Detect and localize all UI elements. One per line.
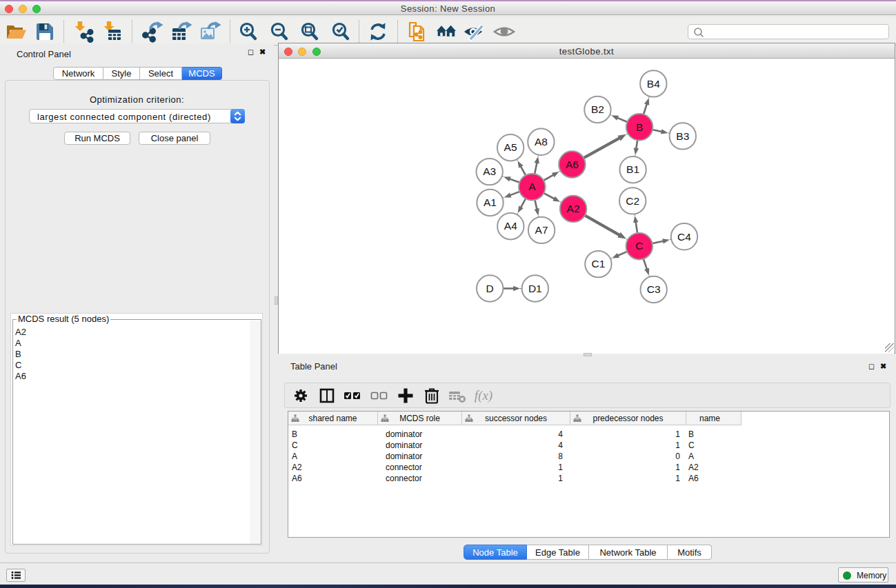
svg-text:D: D [486, 283, 494, 294]
svg-text:A5: A5 [504, 141, 517, 153]
svg-text:A3: A3 [483, 165, 496, 177]
svg-text:A2: A2 [567, 203, 580, 214]
svg-text:A8: A8 [535, 136, 548, 148]
svg-text:B2: B2 [591, 103, 604, 115]
svg-text:C: C [635, 240, 643, 252]
svg-text:B3: B3 [676, 130, 689, 142]
svg-text:C1: C1 [591, 258, 605, 270]
svg-text:A: A [528, 181, 536, 192]
svg-text:A7: A7 [535, 224, 548, 236]
svg-text:B1: B1 [626, 163, 639, 175]
svg-text:C3: C3 [647, 283, 661, 295]
svg-text:f(x): f(x) [475, 388, 492, 403]
svg-text:D1: D1 [528, 283, 542, 294]
svg-text:A6: A6 [566, 159, 579, 170]
svg-text:A1: A1 [484, 196, 497, 208]
svg-text:A4: A4 [504, 220, 517, 232]
svg-text:C2: C2 [626, 195, 639, 207]
svg-text:B4: B4 [647, 78, 660, 90]
svg-text:C4: C4 [677, 231, 691, 243]
svg-text:B: B [636, 121, 643, 133]
